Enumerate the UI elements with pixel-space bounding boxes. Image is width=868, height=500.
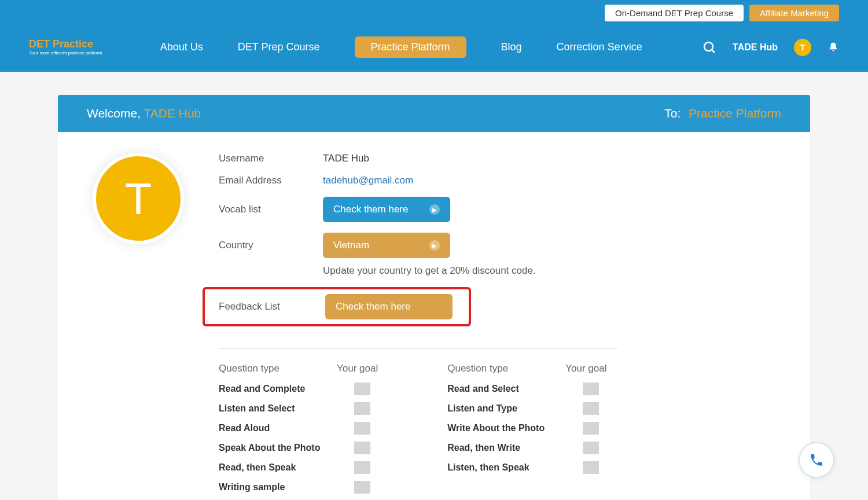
search-icon[interactable]	[703, 41, 716, 54]
divider	[219, 348, 618, 349]
welcome-prefix: Welcome,	[87, 106, 144, 120]
content: Welcome, TADE Hub To: Practice Platform …	[0, 72, 868, 500]
nav-course[interactable]: DET Prep Course	[238, 41, 320, 53]
nav-correction[interactable]: Correction Service	[557, 41, 642, 53]
goals-head-right: Question type Your goal	[447, 363, 606, 374]
arrow-right-icon: ▶	[429, 204, 440, 215]
arrow-right-icon: ▶	[429, 240, 440, 251]
vocab-button-label: Check them here	[333, 204, 408, 215]
goal-type: Write About the Photo	[447, 423, 583, 433]
country-button[interactable]: Vietnam ▶	[323, 233, 450, 258]
welcome-text: Welcome, TADE Hub	[87, 106, 201, 120]
goal-row: Read and Select	[447, 383, 606, 395]
feedback-label: Feedback List	[219, 301, 325, 312]
username-value: TADE Hub	[323, 153, 369, 164]
country-value: Vietnam	[333, 240, 369, 251]
goal-value[interactable]	[583, 383, 599, 395]
goal-value[interactable]	[354, 481, 370, 494]
goal-type: Listen and Select	[219, 403, 354, 414]
phone-fab[interactable]	[799, 442, 834, 478]
welcome-bar: Welcome, TADE Hub To: Practice Platform	[58, 95, 810, 132]
goal-row: Write About the Photo	[447, 422, 606, 435]
goal-row: Listen, then Speak	[447, 461, 606, 474]
goal-row: Read Aloud	[219, 422, 378, 435]
country-note: Update your country to get a 20% discoun…	[323, 265, 781, 277]
goal-row: Listen and Type	[447, 402, 606, 415]
svg-point-0	[704, 42, 713, 51]
user-avatar-small[interactable]: T	[794, 39, 811, 56]
nav-platform[interactable]: Practice Platform	[355, 36, 466, 58]
goal-row: Read, then Write	[447, 442, 606, 454]
goal-value[interactable]	[354, 422, 370, 435]
user-name: TADE Hub	[733, 42, 778, 53]
avatar-large: T	[93, 153, 184, 244]
goals-head-type-left: Question type	[219, 363, 337, 374]
email-value[interactable]: tadehub@gmail.com	[323, 175, 413, 186]
welcome-to: To: Practice Platform	[664, 106, 781, 120]
logo-main: DET Practice	[29, 39, 102, 49]
goals-col-right: Question type Your goal Read and Select …	[447, 363, 606, 500]
goals-head-goal-right: Your goal	[565, 363, 606, 374]
nav-blog[interactable]: Blog	[501, 41, 522, 53]
affiliate-marketing-button[interactable]: Affiliate Marketing	[749, 5, 839, 21]
goal-value[interactable]	[583, 422, 599, 435]
welcome-name: TADE Hub	[144, 106, 201, 120]
goal-type: Speak About the Photo	[219, 443, 354, 453]
goal-value[interactable]	[354, 383, 370, 395]
on-demand-course-button[interactable]: On-Demand DET Prep Course	[605, 5, 744, 21]
username-label: Username	[219, 153, 323, 164]
nav-links: About Us DET Prep Course Practice Platfo…	[160, 36, 703, 58]
goal-value[interactable]	[583, 442, 599, 454]
info-rows: Username TADE Hub Email Address tadehub@…	[219, 153, 781, 500]
profile-top: T Username TADE Hub Email Address tadehu…	[87, 153, 781, 500]
vocab-row: Vocab list Check them here ▶	[219, 197, 781, 222]
vocab-button[interactable]: Check them here ▶	[323, 197, 450, 222]
goal-type: Listen, then Speak	[447, 462, 583, 473]
nav-bar: DET Practice Your most efficient practic…	[0, 26, 868, 72]
feedback-button-label: Check them here	[336, 301, 410, 312]
goal-type: Read and Complete	[219, 384, 354, 394]
goals-head-goal-left: Your goal	[337, 363, 378, 374]
bell-icon[interactable]	[827, 41, 839, 54]
nav-right: TADE Hub T	[703, 39, 839, 56]
goal-row: Read and Complete	[219, 383, 378, 395]
goal-row: Listen and Select	[219, 402, 378, 415]
goal-value[interactable]	[583, 461, 599, 474]
goal-type: Read, then Write	[447, 443, 583, 453]
goal-value[interactable]	[583, 402, 599, 415]
vocab-label: Vocab list	[219, 204, 323, 215]
goal-value[interactable]	[354, 461, 370, 474]
goal-value[interactable]	[354, 402, 370, 415]
goal-row: Writing sample	[219, 481, 378, 494]
feedback-button[interactable]: Check them here	[325, 294, 453, 319]
logo[interactable]: DET Practice Your most efficient practic…	[29, 39, 102, 56]
to-link[interactable]: Practice Platform	[689, 106, 781, 120]
goal-type: Listen and Type	[447, 403, 583, 414]
goals-head-type-right: Question type	[447, 363, 565, 374]
phone-icon	[809, 453, 824, 468]
goals-col-left: Question type Your goal Read and Complet…	[219, 363, 378, 500]
goal-type: Read and Select	[447, 384, 583, 394]
goal-type: Read Aloud	[219, 423, 354, 433]
svg-line-1	[712, 50, 715, 53]
email-label: Email Address	[219, 175, 323, 186]
nav-about[interactable]: About Us	[160, 41, 203, 53]
goals-head-left: Question type Your goal	[219, 363, 378, 374]
goal-type: Writing sample	[219, 482, 354, 492]
country-row: Country Vietnam ▶	[219, 233, 781, 258]
profile-card: T Username TADE Hub Email Address tadehu…	[58, 132, 810, 500]
to-label: To:	[664, 106, 681, 120]
country-label: Country	[219, 240, 323, 251]
goal-value[interactable]	[354, 442, 370, 454]
goals-grid: Question type Your goal Read and Complet…	[219, 363, 781, 500]
goal-row: Read, then Speak	[219, 461, 378, 474]
username-row: Username TADE Hub	[219, 153, 781, 164]
goal-type: Read, then Speak	[219, 462, 354, 473]
logo-sub: Your most efficient practice platform	[29, 50, 102, 56]
feedback-highlight-box: Feedback List Check them here	[203, 287, 471, 326]
top-bar: On-Demand DET Prep Course Affiliate Mark…	[0, 0, 868, 26]
goal-row: Speak About the Photo	[219, 442, 378, 454]
email-row: Email Address tadehub@gmail.com	[219, 175, 781, 186]
